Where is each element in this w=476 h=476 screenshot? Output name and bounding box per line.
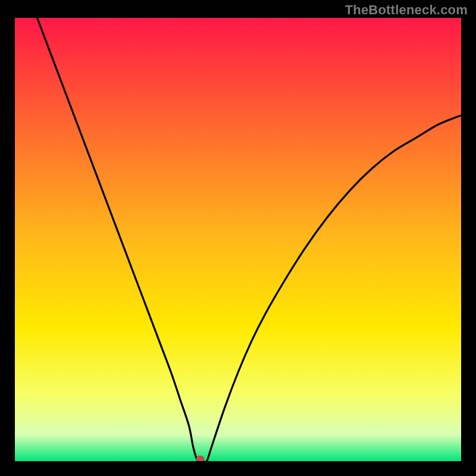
chart-container: TheBottleneck.com: [0, 0, 476, 476]
bottleneck-chart: [0, 0, 476, 476]
gradient-background: [15, 18, 461, 461]
watermark: TheBottleneck.com: [345, 2, 468, 18]
chart-svg: [0, 0, 476, 476]
